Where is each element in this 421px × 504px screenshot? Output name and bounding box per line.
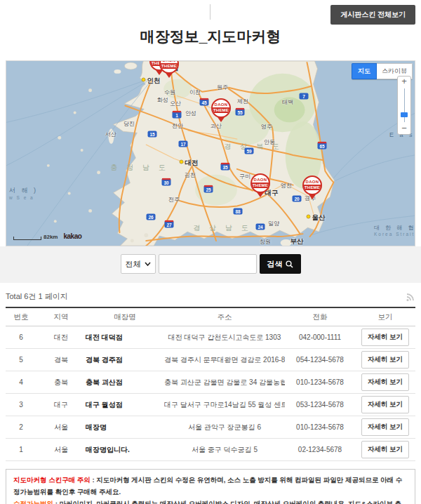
store-marker-pin[interactable]: DAONTHEME [159,60,179,78]
city-label: 이천 [189,88,201,96]
zoom-slider[interactable] [398,87,410,124]
chevron-down-icon [145,262,151,266]
page-title: 매장정보_지도마커형 [0,27,421,46]
road-shield: 65 [318,142,327,150]
col-header-no: 번호 [6,312,36,322]
store-phone: 02-1234-5678 [285,446,355,453]
store-region: 대전 [36,333,86,343]
road-shield: 45 [200,98,209,106]
notice-line-1: 지도마커형 스킨구매 주의 : 지도마커형 게시판 스킨의 수정은 유연하며, … [13,474,408,498]
road-shield: 35 [221,163,230,171]
table-header-row: 번호 지역 매장명 주소 전화 보기 [6,308,415,326]
city-label: 당진 [123,120,135,128]
zoom-control: + − [397,76,411,135]
store-region: 서울 [36,445,86,455]
marker-tail [218,117,225,122]
store-table: 번호 지역 매장명 주소 전화 보기 6 대전 대전 대덕점 대전 대덕구 갑천… [6,307,415,461]
marker-tail [309,194,316,199]
kakao-logo: kakao [63,232,81,240]
store-name: 매장명입니다. [86,445,164,455]
city-label: 안성 [185,110,196,117]
table-row: 5 경북 경북 경주점 경북 경주시 문무대왕면 경감로 2016-85 054… [6,349,415,371]
map-scale: 82km kakao [13,232,81,240]
view-detail-button[interactable]: 자세히 보기 [361,441,409,458]
city-label: 화성 [157,96,168,104]
view-detail-button[interactable]: 자세히 보기 [361,418,409,436]
rss-icon[interactable] [406,292,415,302]
table-row: 1 서울 매장명입니다. 서울 중구 덕수궁길 5 02-1234-5678 자… [6,439,415,461]
search-icon [286,260,293,268]
city-label: 수원 [164,88,175,96]
sea-label-west: 서 해 )w S e a [9,186,38,200]
table-row: 6 대전 대전 대덕점 대전 대덕구 갑천도시고속도로 1303 042-000… [6,326,415,349]
map-view-button[interactable]: 지도 [352,63,377,79]
city-label: 영주 [261,123,272,131]
store-marker-pin[interactable]: DAONTHEME [211,98,231,122]
city-label: 대전 [180,159,199,168]
city-label: 인천 [142,77,161,86]
store-marker-pin[interactable]: DAONTHEME [250,173,270,197]
zoom-out-button[interactable]: − [398,124,410,134]
view-detail-button[interactable]: 자세히 보기 [361,396,409,413]
city-label: 오산 [170,100,181,107]
road-shield: 88 [234,208,243,215]
view-detail-button[interactable]: 자세히 보기 [361,373,409,391]
city-label: 김천 [185,171,196,179]
col-header-view: 보기 [355,312,415,322]
store-name: 대전 대덕점 [86,333,164,343]
road-shield: 7 [300,93,309,100]
marker-tail [166,73,173,78]
total-count: Total 6건 1 페이지 [6,291,68,302]
store-address: 충북 괴산군 감물면 감물로 34 감물농협감물지소 [164,378,285,387]
scale-bar [13,237,41,240]
kakao-map[interactable]: 충 청 남 도 경 상 북 도 경 상 남 도 서 해 )w S e a E a… [6,60,415,246]
road-shield: 30 [162,178,171,186]
table-row: 2 서울 매장명 서울 관악구 장군봉길 6 010-1234-5678 자세히… [6,416,415,439]
search-bar: 전체 검색 [0,246,421,283]
zoom-in-button[interactable]: + [398,77,410,87]
city-label: 부산 [290,237,304,246]
store-region: 충북 [36,378,86,387]
purchase-notice: 지도마커형 스킨구매 주의 : 지도마커형 게시판 스킨의 수정은 유연하며, … [6,469,415,504]
road-shield: 20 [293,196,302,202]
city-label: 안동 [264,138,275,146]
search-category-select[interactable]: 전체 [121,254,156,274]
basemap-graphic [6,61,415,246]
road-shield: 55 [236,108,245,116]
sea-label-strait: 대 한 해 협Korea Strait [374,224,415,237]
store-address: 서울 중구 덕수궁길 5 [164,445,285,455]
province-label: 경 상 남 도 [193,223,251,233]
store-name: 매장명 [86,423,164,432]
road-shield: 17 [179,141,188,147]
top-divider [210,4,210,20]
road-shield: 15 [148,131,157,138]
city-label: 원주 [217,84,228,91]
city-label: 전주 [168,196,180,204]
col-header-region: 지역 [36,312,86,322]
list-meta: Total 6건 1 페이지 [6,291,415,302]
store-name: 충북 괴산점 [86,378,164,387]
store-address: 대구 달서구 구마로14남길 55 월성 센트로파크 [164,400,285,410]
city-label: 제천 [237,98,248,105]
search-button[interactable]: 검색 [260,254,301,274]
road-shield: 26 [147,214,156,220]
store-address: 경북 경주시 문무대왕면 경감로 2016-85 [164,355,285,365]
store-region: 서울 [36,423,86,432]
store-no: 4 [6,378,36,386]
store-phone: 010-1234-5678 [285,423,355,431]
road-shield: 1 [173,111,182,119]
store-no: 5 [6,356,36,364]
store-marker-pin[interactable]: DAONTHEME [302,175,322,199]
view-detail-button[interactable]: 자세히 보기 [361,351,409,369]
search-input[interactable] [159,254,257,274]
city-label: 영천 [281,182,292,190]
zoom-slider-handle[interactable] [401,112,408,117]
city-label: 구미 [239,173,250,180]
store-no: 3 [6,401,36,409]
province-label: 충 청 남 도 [110,163,168,173]
view-all-skins-button[interactable]: 게시판스킨 전체보기 [330,5,415,25]
road-shield: 27 [165,220,174,228]
view-detail-button[interactable]: 자세히 보기 [361,329,409,346]
city-label: 창원 [260,238,271,246]
store-name: 경북 경주점 [86,355,164,365]
